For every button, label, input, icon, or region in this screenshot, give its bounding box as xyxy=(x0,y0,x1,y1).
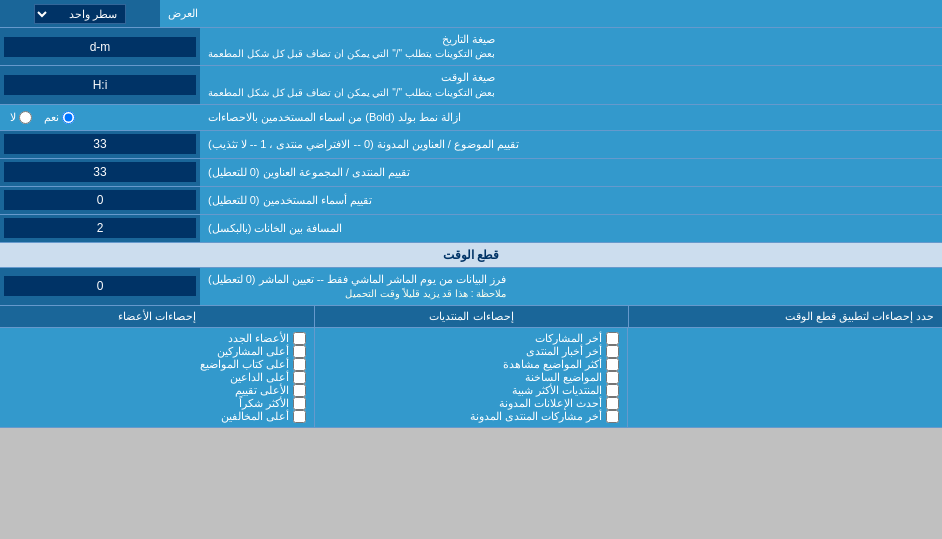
checkbox-forum-news[interactable] xyxy=(606,345,619,358)
checkbox-top-posters[interactable] xyxy=(293,345,306,358)
checkbox-item-latest-announcements[interactable]: أحدث الإعلانات المدونة xyxy=(323,397,619,410)
input-topic-sort[interactable] xyxy=(4,134,196,154)
checkbox-item-forum-posts[interactable]: أخر مشاركات المنتدى المدونة xyxy=(323,410,619,423)
label-date-format: صيغة التاريخ بعض التكوينات يتطلب "/" الت… xyxy=(200,28,942,65)
input-cell-usernames[interactable] xyxy=(0,187,200,214)
label-most-viewed: أكثر المواضيع مشاهدة xyxy=(503,358,602,371)
radio-yes[interactable] xyxy=(62,111,75,124)
checkbox-top-violators[interactable] xyxy=(293,410,306,423)
checkbox-item-most-similar[interactable]: المنتديات الأكثر شبية xyxy=(323,384,619,397)
stats-col-members: الأعضاء الجدد أعلى المشاركين أعلى كتاب ا… xyxy=(0,328,314,427)
label-most-similar: المنتديات الأكثر شبية xyxy=(512,384,602,397)
label-last-posts: أخر المشاركات xyxy=(535,332,602,345)
checkbox-last-posts[interactable] xyxy=(606,332,619,345)
label-forum-posts: أخر مشاركات المنتدى المدونة xyxy=(470,410,602,423)
checkbox-item-new-members[interactable]: الأعضاء الجدد xyxy=(8,332,306,345)
checkbox-forum-posts[interactable] xyxy=(606,410,619,423)
checkbox-new-members[interactable] xyxy=(293,332,306,345)
stats-header-forums: إحصاءات المنتديات xyxy=(314,306,628,327)
stats-col-empty xyxy=(628,328,942,427)
row-spacing: المسافة بين الخانات (بالبكسل) xyxy=(0,215,942,243)
input-spacing[interactable] xyxy=(4,218,196,238)
input-cell-forum-group[interactable] xyxy=(0,159,200,186)
select-wrapper-display[interactable]: سطر واحد متعدد الأسطر xyxy=(0,0,160,27)
label-top-violators: أعلى المخالفين xyxy=(221,410,289,423)
checkbox-top-rated[interactable] xyxy=(293,384,306,397)
input-cell-topic-sort[interactable] xyxy=(0,131,200,158)
checkbox-item-top-inviters[interactable]: أعلى الداعين xyxy=(8,371,306,384)
checkbox-most-viewed[interactable] xyxy=(606,358,619,371)
checkbox-item-most-viewed[interactable]: أكثر المواضيع مشاهدة xyxy=(323,358,619,371)
stats-header-cutoff-label: حدد إحصاءات لتطبيق قطع الوقت xyxy=(628,306,942,327)
checkbox-latest-announcements[interactable] xyxy=(606,397,619,410)
radio-no[interactable] xyxy=(19,111,32,124)
row-time-format: صيغة الوقت بعض التكوينات يتطلب "/" التي … xyxy=(0,66,942,104)
checkbox-most-similar[interactable] xyxy=(606,384,619,397)
stats-checkboxes-grid: أخر المشاركات أخر أخبار المنتدى أكثر الم… xyxy=(0,328,942,427)
input-cell-spacing[interactable] xyxy=(0,215,200,242)
checkbox-item-last-posts[interactable]: أخر المشاركات xyxy=(323,332,619,345)
input-time-format[interactable] xyxy=(4,75,196,95)
label-hot-topics: المواضيع الساخنة xyxy=(525,371,602,384)
stats-section: حدد إحصاءات لتطبيق قطع الوقت إحصاءات الم… xyxy=(0,306,942,428)
stats-grid-header: حدد إحصاءات لتطبيق قطع الوقت إحصاءات الم… xyxy=(0,306,942,328)
row-cutoff-days: فرز البيانات من يوم الماشر الماشي فقط --… xyxy=(0,268,942,306)
label-new-members: الأعضاء الجدد xyxy=(228,332,289,345)
radio-label-no[interactable]: لا xyxy=(10,111,32,124)
input-cell-time-format[interactable] xyxy=(0,66,200,103)
checkbox-item-top-posters[interactable]: أعلى المشاركين xyxy=(8,345,306,358)
label-usernames: تقييم أسماء المستخدمين (0 للتعطيل) xyxy=(200,187,942,214)
stats-col-forums: أخر المشاركات أخر أخبار المنتدى أكثر الم… xyxy=(314,328,628,427)
input-cutoff-days[interactable] xyxy=(4,276,196,296)
input-cell-cutoff-days[interactable] xyxy=(0,268,200,305)
checkbox-item-forum-news[interactable]: أخر أخبار المنتدى xyxy=(323,345,619,358)
label-most-thanked: الأكثر شكراً xyxy=(239,397,289,410)
checkbox-top-topic-authors[interactable] xyxy=(293,358,306,371)
label-spacing: المسافة بين الخانات (بالبكسل) xyxy=(200,215,942,242)
label-top-rated: الأعلى تقييم xyxy=(235,384,289,397)
input-forum-group[interactable] xyxy=(4,162,196,182)
label-cutoff-days: فرز البيانات من يوم الماشر الماشي فقط --… xyxy=(200,268,942,305)
label-forum-news: أخر أخبار المنتدى xyxy=(526,345,602,358)
label-top-inviters: أعلى الداعين xyxy=(230,371,289,384)
select-display[interactable]: سطر واحد متعدد الأسطر xyxy=(34,4,126,24)
checkbox-hot-topics[interactable] xyxy=(606,371,619,384)
label-topic-sort: تقييم الموضوع / العناوين المدونة (0 -- ا… xyxy=(200,131,942,158)
section-header-cutoff: قطع الوقت xyxy=(0,243,942,268)
stats-header-members: إحصاءات الأعضاء xyxy=(0,306,314,327)
checkbox-item-top-rated[interactable]: الأعلى تقييم xyxy=(8,384,306,397)
label-display: العرض xyxy=(160,0,942,27)
checkbox-top-inviters[interactable] xyxy=(293,371,306,384)
checkbox-item-top-topic-authors[interactable]: أعلى كتاب المواضيع xyxy=(8,358,306,371)
input-date-format[interactable] xyxy=(4,37,196,57)
radio-label-yes[interactable]: نعم xyxy=(44,111,75,124)
row-forum-group: تقييم المنتدى / المجموعة العناوين (0 للت… xyxy=(0,159,942,187)
checkbox-item-hot-topics[interactable]: المواضيع الساخنة xyxy=(323,371,619,384)
row-bold: ازالة نمط بولد (Bold) من اسماء المستخدمي… xyxy=(0,105,942,131)
checkbox-item-most-thanked[interactable]: الأكثر شكراً xyxy=(8,397,306,410)
row-display: العرض سطر واحد متعدد الأسطر xyxy=(0,0,942,28)
label-latest-announcements: أحدث الإعلانات المدونة xyxy=(499,397,602,410)
label-top-posters: أعلى المشاركين xyxy=(217,345,289,358)
label-bold: ازالة نمط بولد (Bold) من اسماء المستخدمي… xyxy=(200,105,942,130)
row-topic-sort: تقييم الموضوع / العناوين المدونة (0 -- ا… xyxy=(0,131,942,159)
input-usernames[interactable] xyxy=(4,190,196,210)
label-top-topic-authors: أعلى كتاب المواضيع xyxy=(200,358,289,371)
checkbox-most-thanked[interactable] xyxy=(293,397,306,410)
radio-cell-bold: نعم لا xyxy=(0,105,200,130)
checkbox-item-top-violators[interactable]: أعلى المخالفين xyxy=(8,410,306,423)
row-date-format: صيغة التاريخ بعض التكوينات يتطلب "/" الت… xyxy=(0,28,942,66)
label-time-format: صيغة الوقت بعض التكوينات يتطلب "/" التي … xyxy=(200,66,942,103)
row-usernames: تقييم أسماء المستخدمين (0 للتعطيل) xyxy=(0,187,942,215)
input-cell-date-format[interactable] xyxy=(0,28,200,65)
label-forum-group: تقييم المنتدى / المجموعة العناوين (0 للت… xyxy=(200,159,942,186)
